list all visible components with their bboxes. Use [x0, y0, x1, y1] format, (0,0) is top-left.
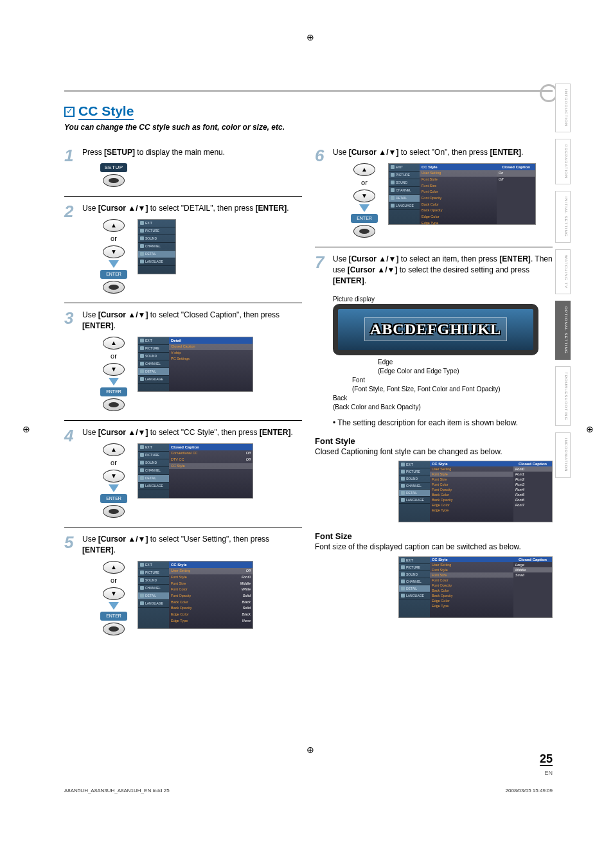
remote-nav: ▲ or ▼ ENTER	[100, 561, 127, 635]
footer-metadata: A8AN5UH_A8AN3UH_A8AN1UH_EN.indd 25 2008/…	[64, 788, 553, 793]
step-text: .	[114, 545, 116, 554]
osd-row: Back Color	[420, 202, 497, 208]
step-key: [Cursor ▲/▼]	[348, 265, 398, 274]
crop-mark-bottom-icon: ⊕	[306, 745, 314, 755]
remote-nav: ▲ or ▼ ENTER	[100, 337, 127, 411]
step-text: Use	[333, 148, 349, 157]
osd-detail: EXIT PICTURE SOUND CHANNEL DETAIL LANGUA…	[138, 337, 253, 392]
step-5: 5 Use [Cursor ▲/▼] to select "User Setti…	[64, 534, 302, 635]
osd-row: Font Size	[430, 572, 513, 578]
enter-button-icon: ENTER	[100, 494, 127, 503]
osd-item: SOUND	[138, 353, 169, 360]
osd-val: Font1	[513, 472, 552, 477]
osd-row: Font Color	[430, 482, 513, 487]
side-tab[interactable]: INFORMATION	[555, 432, 571, 478]
osd-row: User Setting	[430, 562, 513, 567]
step-text: to display the main menu.	[135, 148, 225, 157]
osd-item: DETAIL	[138, 592, 169, 600]
font-size-text: Font size of the displayed caption can b…	[315, 542, 553, 553]
osd-fontstyle: EXIT PICTURE SOUND CHANNEL DETAIL LANGUA…	[398, 461, 553, 522]
page-number: 25	[540, 752, 553, 766]
side-tabs: INTRODUCTION PREPARATION INITIAL SETTING…	[555, 84, 571, 478]
side-tab[interactable]: TROUBLESHOOTING	[555, 366, 571, 426]
osd-row: User Setting	[430, 466, 513, 472]
or-label: or	[111, 351, 117, 361]
osd-row: Back Opacity	[430, 593, 513, 598]
side-tab[interactable]: INITIAL SETTING	[555, 191, 571, 243]
osd-row: Closed Caption	[169, 344, 253, 350]
step-4: 4 Use [Cursor ▲/▼] to select "CC Style",…	[64, 427, 302, 518]
enter-button-icon: ENTER	[100, 612, 127, 621]
page-title: CC Style	[78, 103, 134, 120]
side-tab[interactable]: WATCHING TV	[555, 249, 571, 294]
osd-row: Back Color	[430, 588, 513, 593]
side-tab[interactable]: PREPARATION	[555, 139, 571, 184]
osd-badge: Closed Caption	[513, 461, 552, 466]
osd-header: CC Style	[430, 461, 513, 466]
side-tab[interactable]: INTRODUCTION	[555, 84, 571, 132]
step-number: 1	[64, 147, 76, 187]
enter-button-icon: ENTER	[100, 387, 127, 396]
pd-sample-text: ABCDEFGHIJKL	[370, 321, 501, 337]
osd-item: SOUND	[399, 475, 430, 483]
footer-date: 2008/03/05 15:49:09	[506, 788, 553, 793]
up-button-icon: ▲	[353, 163, 375, 176]
step-text: to select "Closed Caption", then press	[148, 310, 280, 319]
step-number: 2	[64, 203, 76, 294]
step-body: Use [Cursor ▲/▼] to select "On", then pr…	[333, 147, 553, 238]
osd-item: LANGUAGE	[399, 592, 430, 599]
step-7: 7 Use [Cursor ▲/▼] to select an item, th…	[315, 254, 553, 286]
osd-item: CHANNEL	[138, 467, 169, 475]
osd-item: DETAIL	[138, 368, 169, 376]
step-text: .	[287, 204, 289, 213]
osd-val: On	[497, 170, 535, 177]
osd-item: LANGUAGE	[138, 600, 169, 608]
osd-item: PICTURE	[389, 172, 420, 179]
osd-item: LANGUAGE	[138, 483, 169, 490]
osd-row: Edge Color	[430, 502, 513, 508]
osd-item: EXIT	[138, 337, 169, 345]
step-body: Press [SETUP] to display the main menu. …	[82, 147, 302, 187]
down-button-icon: ▼	[353, 190, 375, 202]
down-button-icon: ▼	[103, 245, 125, 258]
step-number: 4	[64, 427, 76, 518]
step-text: .	[114, 321, 116, 330]
osd-val: Font5	[513, 492, 552, 497]
step-text: Press	[82, 148, 104, 157]
osd-val: Middle	[513, 567, 552, 572]
side-tab[interactable]: OPTIONAL SETTING	[555, 301, 571, 360]
pd-inner-box: ABCDEFGHIJKL	[364, 317, 507, 341]
crop-mark-right-icon: ⊕	[586, 424, 594, 434]
osd-row: User Setting	[420, 170, 497, 177]
step-body: Use [Cursor ▲/▼] to select "Closed Capti…	[82, 310, 302, 411]
osd-item: SOUND	[138, 577, 169, 585]
osd-row: CC Style	[169, 463, 253, 470]
step-2: 2 Use [Cursor ▲/▼] to select "DETAIL", t…	[64, 203, 302, 294]
step-key: [Cursor ▲/▼]	[349, 148, 399, 157]
or-label: or	[111, 458, 117, 468]
step-number: 5	[64, 534, 76, 635]
step-key: [Cursor ▲/▼]	[98, 535, 148, 544]
osd-val: Font0	[513, 466, 552, 472]
osd-item: EXIT	[138, 444, 169, 452]
osd-val: Small	[513, 572, 552, 578]
osd-row: Font Size	[430, 477, 513, 482]
step-text: Use	[82, 535, 98, 544]
arrow-down-icon	[109, 260, 119, 268]
step-text: .	[290, 428, 292, 437]
up-button-icon: ▲	[103, 337, 125, 350]
osd-item: PICTURE	[138, 569, 169, 577]
osd-item: SOUND	[389, 179, 420, 187]
osd-header: CC Style	[420, 164, 497, 170]
step-text: Use	[82, 310, 98, 319]
step-key: [Cursor ▲/▼]	[98, 428, 148, 437]
osd-item: PICTURE	[399, 468, 430, 475]
checkbox-icon	[64, 107, 75, 117]
step-text: to select "User Setting", then press	[148, 535, 269, 544]
anno-desc: (Font Style, Font Size, Font Color and F…	[352, 385, 501, 393]
annotation-lines: Edge (Edge Color and Edge Type) Font (Fo…	[333, 358, 553, 412]
osd-val: Off	[497, 177, 535, 183]
arrow-down-icon	[109, 602, 119, 610]
osd-row: Font Opacity	[430, 583, 513, 588]
arrow-down-icon	[109, 378, 119, 385]
